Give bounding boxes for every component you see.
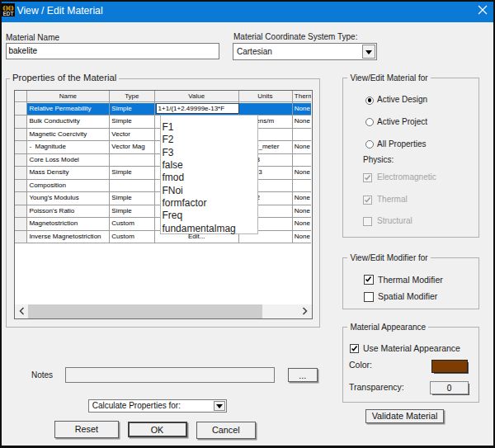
svg-text:EDT: EDT [3,11,14,17]
